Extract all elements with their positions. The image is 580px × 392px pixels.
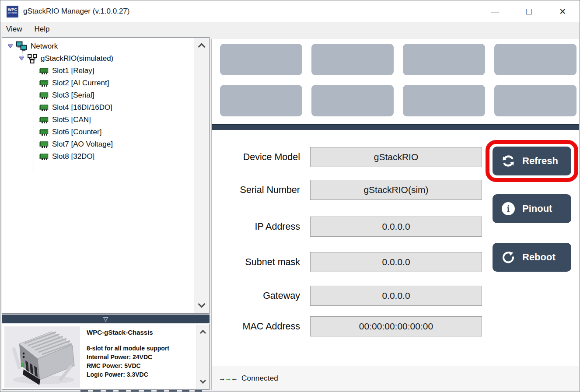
info-icon: i [501,202,515,216]
mac-address-field[interactable]: 00:00:00:00:00:00 [310,316,482,336]
product-spec: Logic Power: 3.3VDC [87,370,189,379]
chassis-photo [4,326,80,388]
title-bar: WPC SYSTEMS gStackRIO Manager (v.1.0.0.2… [0,0,580,22]
module-card-icon [39,104,49,112]
tree-item-slot3[interactable]: Slot3 [Serial] [2,89,193,102]
tree-item-slot4[interactable]: Slot4 [16DI/16DO] [2,102,193,114]
window-controls: — □ ✕ [478,0,580,22]
refresh-button-label: Refresh [522,155,558,167]
product-scrollbar[interactable] [196,325,209,389]
subnet-mask-label: Subnet mask [212,252,300,272]
module-slot-placeholder[interactable] [220,44,302,75]
panel-splitter[interactable]: ▽ [2,315,210,323]
tree-item-slot1[interactable]: Slot1 [Relay] [2,65,193,77]
ip-address-label: IP Address [212,217,300,237]
serial-number-label: Serial Number [212,180,300,200]
reboot-button-label: Reboot [522,252,556,263]
tree-scrollbar[interactable] [194,38,209,313]
connection-status-text: Connected [241,374,278,383]
collapse-triangle-icon[interactable]: ▽ [103,316,108,322]
menu-view[interactable]: View [0,22,28,36]
gateway-field[interactable]: 0.0.0.0 [310,286,482,306]
menu-help[interactable]: Help [28,22,56,36]
gateway-label: Gateway [212,286,300,306]
tree-item-label: Slot1 [Relay] [52,66,94,75]
module-card-icon [39,116,49,124]
maximize-button[interactable]: □ [519,3,539,20]
module-slot-placeholder[interactable] [494,85,577,116]
tree-item-slot8[interactable]: Slot8 [32DO] [2,150,193,163]
tree-item-label: Slot8 [32DO] [52,152,94,161]
section-separator [212,124,579,130]
tree-item-label: Slot4 [16DI/16DO] [52,103,112,112]
tree-item-network[interactable]: Network [2,40,193,52]
tree-item-label: Slot3 [Serial] [52,91,94,100]
app-logo-icon: WPC SYSTEMS [7,6,18,18]
tree-item-label: gStackRIO(simulated) [41,54,113,63]
topology-icon [27,54,38,64]
tree-item-label: Network [31,42,58,51]
refresh-button[interactable]: Refresh [493,147,571,175]
subnet-mask-field[interactable]: 0.0.0.0 [310,252,482,272]
device-detail-panel: Device Model gStackRIO Serial Number gSt… [211,39,579,390]
module-slot-placeholder[interactable] [220,85,302,116]
window-title: gStackRIO Manager (v.1.0.0.27) [23,7,129,16]
serial-number-field[interactable]: gStackRIO(sim) [310,180,482,200]
module-card-icon [39,80,49,87]
module-slot-placeholder[interactable] [403,44,485,75]
close-button[interactable]: ✕ [552,3,573,20]
status-bar: →→← Connected [212,367,579,390]
cut-off-content [80,390,206,392]
scroll-down-icon[interactable] [199,378,206,384]
connection-icon: →→← [219,374,237,382]
ip-address-field[interactable]: 0.0.0.0 [310,217,482,237]
app-logo-text: WPC [8,8,17,11]
module-card-icon [39,141,49,148]
tree-item-label: Slot2 [AI Current] [52,79,109,88]
expander-down-icon[interactable] [19,56,24,61]
tree-item-slot7[interactable]: Slot7 [AO Voltage] [2,138,193,150]
product-info-panel: WPC-gStack-Chassis 8-slot for all module… [2,324,210,390]
device-tree-panel: Network gStackRIO(simulated) Slot1 [Rela… [2,37,210,314]
pinout-button-label: Pinout [522,203,552,214]
module-card-icon [39,92,49,99]
device-model-field[interactable]: gStackRIO [310,147,482,167]
tree-item-label: Slot7 [AO Voltage] [52,140,113,149]
app-logo-subtext: SYSTEMS [8,11,17,15]
device-model-label: Device Model [212,147,300,167]
product-spec: RMC Power: 5VDC [87,361,189,370]
module-slot-placeholder[interactable] [311,44,394,75]
app-window: WPC SYSTEMS gStackRIO Manager (v.1.0.0.2… [0,0,580,392]
product-spec: 8-slot for all module support [87,344,189,353]
tree-item-label: Slot6 [Counter] [52,128,101,136]
product-spec: Internal Power: 24VDC [87,353,189,361]
tree-item-device[interactable]: gStackRIO(simulated) [2,52,193,65]
tree-item-slot2[interactable]: Slot2 [AI Current] [2,77,193,89]
tree-item-slot5[interactable]: Slot5 [CAN] [2,114,193,126]
module-card-icon [39,153,49,161]
module-slot-placeholder[interactable] [403,85,485,116]
tree-item-label: Slot5 [CAN] [52,116,91,124]
menu-bar: View Help [0,22,580,36]
refresh-icon [501,154,515,168]
tree-item-slot6[interactable]: Slot6 [Counter] [2,126,193,138]
reboot-button[interactable]: Reboot [493,243,571,272]
scroll-up-icon[interactable] [198,43,205,51]
pinout-button[interactable]: i Pinout [493,194,571,223]
module-slot-placeholder[interactable] [494,44,577,75]
module-slot-placeholder[interactable] [311,85,394,116]
minimize-button[interactable]: — [485,3,505,20]
module-card-icon [39,67,49,75]
scroll-down-icon[interactable] [198,301,205,308]
expander-down-icon[interactable] [7,44,13,49]
product-title: WPC-gStack-Chassis [87,329,189,336]
module-card-icon [39,129,49,136]
mac-address-label: MAC Address [212,316,300,336]
reboot-icon [501,250,515,264]
network-icon [16,41,28,52]
scroll-up-icon[interactable] [199,330,206,336]
